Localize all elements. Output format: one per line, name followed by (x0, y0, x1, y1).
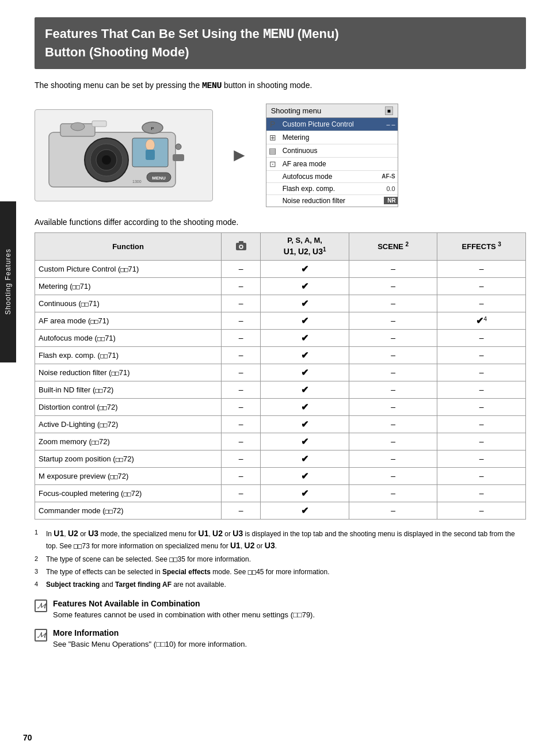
footnote-3: 3 The type of effects can be selected in… (35, 567, 526, 577)
td-psamu-distortion: ✔ (261, 398, 349, 415)
td-scene-nd: – (349, 381, 437, 398)
side-tab: Shooting Features (0, 201, 16, 362)
table-row: Distortion control (□□72) – ✔ – – (35, 398, 526, 415)
td-auto-startup: – (222, 450, 261, 467)
td-scene-startup: – (349, 450, 437, 467)
td-effects-metering: – (437, 277, 526, 295)
svg-rect-8 (146, 150, 155, 160)
table-row: Flash exp. comp. (□□71) – ✔ – – (35, 346, 526, 364)
shooting-menu-panel: Shooting menu ■ P Custom Picture Control… (266, 104, 398, 207)
menu-flash-value: 0.0 (384, 185, 398, 192)
td-scene-dlighting: – (349, 415, 437, 433)
td-psamu-metering: ✔ (261, 277, 349, 295)
td-effects-zoom-memory: – (437, 433, 526, 450)
td-effects-noise: – (437, 364, 526, 381)
td-effects-commander: – (437, 502, 526, 519)
td-scene-af-area: – (349, 312, 437, 329)
td-commander: Commander mode (□□72) (35, 502, 222, 519)
td-psamu-continuous: ✔ (261, 295, 349, 312)
fn1-text: In U1, U2 or U3 mode, the specialized me… (46, 528, 526, 552)
td-effects-focus-coupled: – (437, 484, 526, 502)
menu-row-continuous: ▤ Continuous (266, 144, 398, 158)
avail-text: Available functions differ according to … (35, 217, 526, 227)
shooting-menu-icon: ■ (385, 106, 393, 115)
camera-illustration: MENU P 1300 (43, 115, 204, 196)
td-auto-m-exposure: – (222, 467, 261, 484)
td-psamu-flash: ✔ (261, 346, 349, 364)
td-psamu-zoom-memory: ✔ (261, 433, 349, 450)
footnotes: 1 In U1, U2 or U3 mode, the specialized … (35, 528, 526, 590)
page-header: Features That Can Be Set Using the MENU … (35, 17, 526, 69)
table-row: Noise reduction filter (□□71) – ✔ – – (35, 364, 526, 381)
td-effects-dlighting: – (437, 415, 526, 433)
th-scene: SCENE 2 (349, 232, 437, 260)
td-scene-distortion: – (349, 398, 437, 415)
table-row: Zoom memory (□□72) – ✔ – – (35, 433, 526, 450)
footnote-2: 2 The type of scene can be selected. See… (35, 554, 526, 564)
td-auto-nd: – (222, 381, 261, 398)
menu-row-af-area: ⊡ AF area mode (266, 158, 398, 171)
td-psamu-focus-coupled: ✔ (261, 484, 349, 502)
menu-row-noise: Noise reduction filter NR (266, 195, 398, 207)
intro-text-before: The shooting menu can be set by pressing… (35, 81, 202, 90)
intro-mono: MENU (202, 81, 222, 91)
svg-point-7 (146, 139, 155, 151)
fn3-text: The type of effects can be selected in S… (46, 567, 526, 577)
td-flash: Flash exp. comp. (□□71) (35, 346, 222, 364)
td-effects-distortion: – (437, 398, 526, 415)
td-psamu-commander: ✔ (261, 502, 349, 519)
menu-noise-value: NR (384, 197, 398, 204)
menu-row-custom-picture: P Custom Picture Control – – (266, 118, 398, 131)
td-zoom-memory: Zoom memory (□□72) (35, 433, 222, 450)
td-scene-metering: – (349, 277, 437, 295)
td-scene-m-exposure: – (349, 467, 437, 484)
td-auto-zoom-memory: – (222, 433, 261, 450)
td-effects-continuous: – (437, 295, 526, 312)
th-psamu-text: P, S, A, M,U1, U2, U31 (284, 236, 326, 256)
td-scene-flash: – (349, 346, 437, 364)
info-title-1: Features Not Available in Combination (53, 599, 315, 608)
td-scene-focus-coupled: – (349, 484, 437, 502)
th-effects: EFFECTS 3 (437, 232, 526, 260)
td-startup-zoom: Startup zoom position (□□72) (35, 450, 222, 467)
td-auto-focus-coupled: – (222, 484, 261, 502)
td-af-area: AF area mode (□□71) (35, 312, 222, 329)
menu-row-flash: Flash exp. comp. 0.0 (266, 183, 398, 195)
page-number: 70 (23, 733, 32, 742)
th-psamu: P, S, A, M,U1, U2, U31 (261, 232, 349, 260)
td-auto-noise: – (222, 364, 261, 381)
table-row: Metering (□□71) – ✔ – – (35, 277, 526, 295)
td-continuous: Continuous (□□71) (35, 295, 222, 312)
info-text-1: Some features cannot be used in combinat… (53, 610, 315, 620)
fn4-text: Subject tracking and Target finding AF a… (46, 579, 526, 590)
fn2-text: The type of scene can be selected. See □… (46, 554, 526, 564)
menu-continuous-label: Continuous (279, 147, 384, 155)
td-scene-commander: – (349, 502, 437, 519)
camera-section: MENU P 1300 ► Shooting menu ■ P Cus (35, 104, 526, 207)
menu-metering-icon: ⊞ (266, 133, 279, 142)
info-content-1: Features Not Available in Combination So… (53, 599, 315, 620)
info-icon-2: 𝓜 (35, 629, 47, 642)
info-title-2: More Information (53, 628, 247, 637)
td-scene-zoom-memory: – (349, 433, 437, 450)
table-row: AF area mode (□□71) – ✔ – ✔4 (35, 312, 526, 329)
info-text-2: See "Basic Menu Operations" (□□10) for m… (53, 639, 247, 650)
menu-p-icon: P (266, 120, 279, 129)
table-row: Active D-Lighting (□□72) – ✔ – – (35, 415, 526, 433)
intro-paragraph: The shooting menu can be set by pressing… (35, 79, 526, 93)
td-effects-startup: – (437, 450, 526, 467)
menu-autofocus-value: AF-S (382, 173, 397, 180)
shooting-menu-title: Shooting menu (271, 106, 321, 115)
svg-rect-10 (173, 154, 184, 161)
td-autofocus: Autofocus mode (□□71) (35, 329, 222, 346)
menu-custom-picture-label: Custom Picture Control (279, 120, 384, 128)
svg-text:P: P (151, 126, 154, 131)
footnote-4: 4 Subject tracking and Target finding AF… (35, 579, 526, 590)
menu-flash-label: Flash exp. comp. (279, 185, 384, 193)
menu-af-area-label: AF area mode (279, 160, 384, 168)
fn3-num: 3 (35, 567, 43, 577)
menu-noise-label: Noise reduction filter (279, 197, 384, 205)
td-effects-flash: – (437, 346, 526, 364)
td-effects-af-area: ✔4 (437, 312, 526, 329)
td-auto-commander: – (222, 502, 261, 519)
